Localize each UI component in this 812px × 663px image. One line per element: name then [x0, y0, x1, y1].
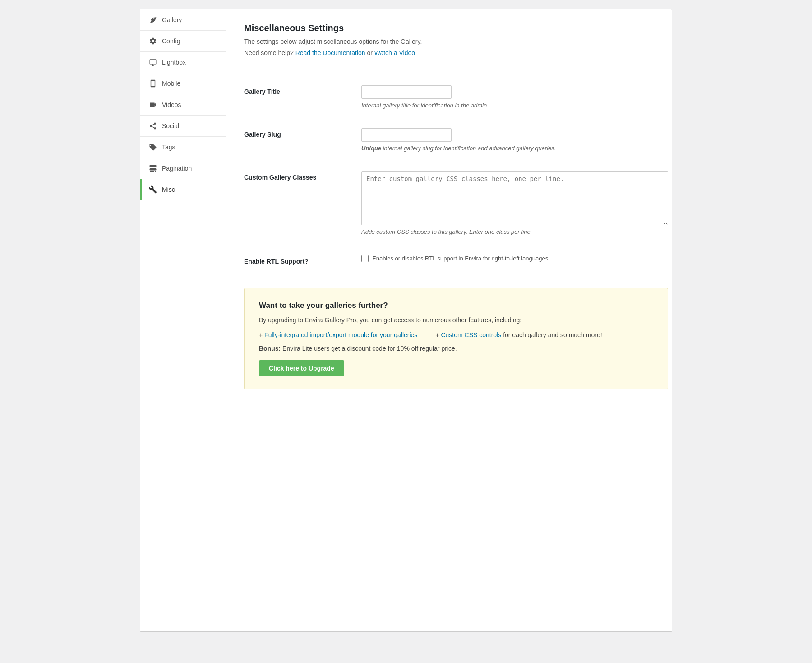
- sidebar-item-label-mobile: Mobile: [162, 80, 180, 87]
- sidebar-item-gallery[interactable]: Gallery: [140, 9, 226, 31]
- sidebar-item-misc[interactable]: Misc: [140, 179, 226, 200]
- wrench-icon: [148, 185, 157, 194]
- main-panel: Miscellaneous Settings The settings belo…: [226, 9, 686, 631]
- page-title: Miscellaneous Settings: [244, 23, 668, 33]
- gallery-title-field: Internal gallery title for identificatio…: [361, 85, 668, 110]
- pagination-icon: [148, 164, 157, 172]
- page-subtitle-line2: Need some help? Read the Documentation o…: [244, 48, 668, 58]
- monitor-icon: [148, 58, 157, 66]
- upgrade-feature-2: + Custom CSS controls for each gallery a…: [435, 331, 602, 338]
- gallery-slug-row: Gallery Slug Unique internal gallery slu…: [244, 119, 668, 162]
- sidebar-item-mobile[interactable]: Mobile: [140, 73, 226, 94]
- sidebar-item-lightbox[interactable]: Lightbox: [140, 52, 226, 73]
- rtl-support-field: Enables or disables RTL support in Envir…: [361, 255, 668, 262]
- sidebar-item-tags[interactable]: Tags: [140, 137, 226, 158]
- sidebar-item-label-lightbox: Lightbox: [162, 59, 186, 66]
- sidebar-item-label-misc: Misc: [162, 186, 175, 193]
- section-divider: [244, 67, 668, 67]
- upgrade-features: + Fully-integrated import/export module …: [259, 331, 653, 338]
- gallery-classes-hint: Adds custom CSS classes to this gallery.…: [361, 228, 668, 236]
- sidebar-item-label-social: Social: [162, 122, 179, 130]
- watch-video-link[interactable]: Watch a Video: [374, 49, 415, 56]
- gallery-slug-field: Unique internal gallery slug for identif…: [361, 128, 668, 153]
- sidebar-item-videos[interactable]: Videos: [140, 94, 226, 116]
- gallery-classes-row: Custom Gallery Classes Adds custom CSS c…: [244, 162, 668, 246]
- upgrade-title: Want to take your galleries further?: [259, 301, 653, 310]
- gallery-slug-input[interactable]: [361, 128, 452, 142]
- social-icon: [148, 122, 157, 130]
- custom-css-link[interactable]: Custom CSS controls: [441, 331, 501, 338]
- gallery-classes-field: Adds custom CSS classes to this gallery.…: [361, 171, 668, 236]
- sidebar-item-label-config: Config: [162, 37, 180, 45]
- sidebar: Gallery Config Lightbox Mobile Videos: [140, 9, 226, 631]
- sidebar-item-pagination[interactable]: Pagination: [140, 158, 226, 179]
- mobile-icon: [148, 79, 157, 88]
- gallery-title-input[interactable]: [361, 85, 452, 99]
- read-docs-link[interactable]: Read the Documentation: [295, 49, 365, 56]
- sidebar-item-label-gallery: Gallery: [162, 16, 182, 23]
- leaf-icon: [148, 16, 157, 24]
- rtl-support-row: Enable RTL Support? Enables or disables …: [244, 246, 668, 274]
- sidebar-item-config[interactable]: Config: [140, 31, 226, 52]
- gallery-slug-hint: Unique internal gallery slug for identif…: [361, 144, 668, 153]
- sidebar-item-label-tags: Tags: [162, 144, 175, 151]
- gallery-classes-textarea[interactable]: [361, 171, 668, 225]
- upgrade-feature-1: + Fully-integrated import/export module …: [259, 331, 417, 338]
- gallery-title-hint: Internal gallery title for identificatio…: [361, 102, 668, 110]
- rtl-support-checkbox-label: Enables or disables RTL support in Envir…: [372, 255, 550, 262]
- sidebar-item-label-pagination: Pagination: [162, 165, 192, 172]
- gallery-title-row: Gallery Title Internal gallery title for…: [244, 76, 668, 119]
- upgrade-box: Want to take your galleries further? By …: [244, 288, 668, 389]
- tag-icon: [148, 143, 157, 151]
- gallery-classes-label: Custom Gallery Classes: [244, 171, 361, 181]
- import-export-link[interactable]: Fully-integrated import/export module fo…: [264, 331, 417, 338]
- rtl-checkbox-wrapper: Enables or disables RTL support in Envir…: [361, 255, 668, 262]
- upgrade-desc: By upgrading to Envira Gallery Pro, you …: [259, 315, 653, 325]
- page-subtitle-line1: The settings below adjust miscellaneous …: [244, 37, 668, 46]
- video-icon: [148, 101, 157, 109]
- sidebar-item-social[interactable]: Social: [140, 116, 226, 137]
- gallery-slug-label: Gallery Slug: [244, 128, 361, 138]
- upgrade-button[interactable]: Click here to Upgrade: [259, 360, 344, 376]
- sidebar-item-label-videos: Videos: [162, 101, 181, 108]
- app-container: Gallery Config Lightbox Mobile Videos: [140, 9, 672, 632]
- upgrade-bonus: Bonus: Envira Lite users get a discount …: [259, 345, 653, 352]
- gear-icon: [148, 37, 157, 45]
- rtl-support-label: Enable RTL Support?: [244, 255, 361, 265]
- gallery-title-label: Gallery Title: [244, 85, 361, 95]
- rtl-support-checkbox[interactable]: [361, 255, 369, 262]
